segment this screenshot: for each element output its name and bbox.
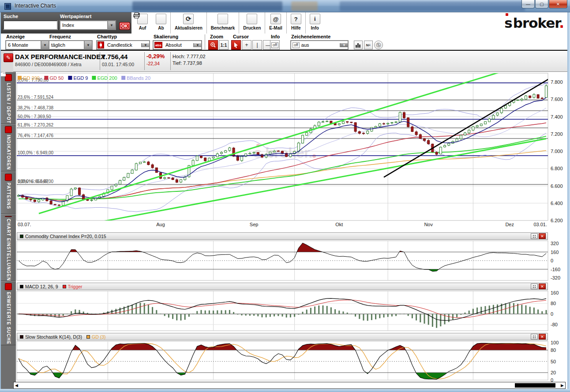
indicator-chart-icon: [5, 126, 12, 133]
maximize-button[interactable]: ▢: [535, 0, 548, 8]
svg-text:0: 0: [551, 311, 553, 317]
gd3-label: GD (3): [92, 334, 106, 340]
cursor-label: Cursor: [233, 34, 249, 39]
magnifier-icon: [5, 283, 12, 290]
triangle-up-icon: [137, 14, 148, 24]
pattern-icon: [5, 174, 12, 181]
chevron-down-icon[interactable]: ▼: [193, 43, 201, 47]
anzeige-label: Anzeige: [6, 34, 25, 39]
svg-text:7.800: 7.800: [551, 79, 563, 85]
sidebar-tab-erweiterte-suche[interactable]: ERWEITERTE SUCHE: [1, 281, 16, 345]
stochastic-panel-title: Slow Stochastik K(14), D(3): [25, 334, 82, 340]
svg-text:-80: -80: [551, 322, 558, 327]
stochastic-close-button[interactable]: ✕: [539, 334, 546, 340]
zeichenelemente-label: Zeichenelemente: [291, 34, 330, 39]
sbroker-logo: sbroker.: [504, 15, 564, 31]
stochastic-panel-header: Slow Stochastik K(14), D(3) GD (3) ✕: [17, 333, 548, 340]
svg-text:03.07.: 03.07.: [18, 222, 31, 227]
chevron-down-icon[interactable]: ▼: [141, 43, 149, 47]
at-icon: @: [270, 14, 281, 24]
svg-text:BBands 20: BBands 20: [127, 75, 150, 81]
window-border: [0, 389, 570, 392]
abs-icon: abs: [154, 42, 162, 48]
scrollbar-thumb[interactable]: [515, 383, 555, 388]
cursor-cross-button[interactable]: +: [242, 40, 251, 50]
minimize-button[interactable]: —: [521, 0, 535, 8]
horizontal-scrollbar[interactable]: ◀ ▶: [13, 382, 566, 389]
chevron-down-icon[interactable]: ▼: [41, 41, 49, 49]
skalierung-value: Absolut: [164, 41, 193, 49]
skalierung-label: Skalierung: [154, 34, 178, 39]
svg-text:61,8% : 7.270,262: 61,8% : 7.270,262: [18, 123, 54, 127]
chevron-down-icon[interactable]: ▼: [84, 41, 92, 49]
aktualisieren-button[interactable]: ⟳Aktualisieren: [170, 12, 206, 34]
svg-text:100,0% : 6.649,00: 100,0% : 6.649,00: [18, 179, 54, 184]
stochastic-settings-button[interactable]: [531, 334, 538, 340]
main-toolbar: Suche Wertpapierart Index ▼ OK AufAb⟳Akt…: [1, 12, 567, 34]
splits-icon[interactable]: Ⓢ: [374, 41, 383, 49]
ab-button[interactable]: Ab: [152, 12, 170, 34]
instrument-identifiers: 846900 / DE0008469008 / Xetra: [15, 62, 95, 67]
cci-close-button[interactable]: ✕: [539, 233, 546, 239]
svg-text:-160: -160: [551, 267, 560, 272]
close-button[interactable]: ✕: [549, 0, 567, 8]
macd-settings-button[interactable]: [531, 284, 538, 289]
macd-close-button[interactable]: ✕: [539, 284, 546, 289]
info-button[interactable]: iInfo: [305, 12, 324, 34]
sidebar-tab-chart-einstellungen[interactable]: CHART EINSTELLUNGEN: [1, 214, 16, 281]
svg-text:50,0% : 7.369,50: 50,0% : 7.369,50: [18, 114, 51, 119]
info-toggle-button[interactable]: off: [270, 40, 280, 50]
cursor-vline-button[interactable]: |: [252, 40, 262, 50]
svg-text:GD 200: GD 200: [23, 75, 40, 81]
svg-text:-320: -320: [551, 275, 560, 280]
svg-text:6.600: 6.600: [551, 183, 563, 189]
svg-text:20: 20: [551, 370, 556, 375]
svg-text:0,0% : 6.653,97: 0,0% : 6.653,97: [18, 179, 49, 184]
logo-s: s: [504, 15, 512, 31]
window-border: [0, 12, 1, 392]
drucken-button[interactable]: Drucken: [239, 12, 265, 34]
svg-text:Aug: Aug: [156, 222, 165, 227]
scroll-left-arrow-icon[interactable]: ◀: [14, 383, 19, 388]
news-icon[interactable]: N≡: [364, 41, 373, 49]
anzeige-dropdown[interactable]: 6 Monate ▼: [5, 40, 49, 50]
ok-button[interactable]: OK: [119, 22, 130, 30]
zoom-1-1-button[interactable]: 1:1: [219, 40, 229, 50]
skalierung-dropdown[interactable]: abs Absolut ▼: [153, 40, 202, 50]
cci-settings-button[interactable]: [531, 233, 538, 239]
zoom-in-button[interactable]: [208, 40, 218, 50]
cursor-arrow-button[interactable]: [231, 40, 241, 50]
email-button[interactable]: @E-Mail: [265, 12, 286, 34]
sidebar-tab-patterns[interactable]: PATTERNS: [1, 172, 16, 214]
svg-text:23,6% : 7.591,524: 23,6% : 7.591,524: [18, 95, 54, 100]
zeichenelemente-dropdown[interactable]: off aus ▼: [290, 40, 349, 50]
macd-legend-swatch: [20, 285, 23, 288]
quote-time: 03.01. 17:45:00: [102, 62, 140, 67]
volume-bars-icon[interactable]: [354, 41, 363, 49]
chevron-down-icon[interactable]: ▼: [340, 43, 348, 47]
charttyp-label: Charttyp: [97, 34, 117, 39]
chart-document-icon[interactable]: ✎: [4, 53, 13, 62]
sidebar-tab-listen-depot[interactable]: LISTEN / DEPOT: [1, 72, 16, 124]
chart-toolbar: Anzeige 6 Monate ▼ Frequenz täglich ▼ Ch…: [1, 34, 567, 51]
svg-text:6.400: 6.400: [551, 201, 563, 206]
chevron-down-icon[interactable]: ▼: [107, 21, 115, 29]
window-border: [567, 12, 570, 392]
background-window-blur: [291, 1, 318, 11]
zoom-label: Zoom: [210, 34, 223, 39]
gd3-legend-swatch: [86, 335, 90, 339]
cci-panel-title: Commodity Channel Index P=20, 0.015: [25, 234, 106, 239]
benchmark-button[interactable]: Benchmark: [206, 12, 239, 34]
svg-text:7.400: 7.400: [551, 114, 563, 119]
charttyp-dropdown[interactable]: Candlestick ▼: [96, 40, 150, 50]
scroll-right-arrow-icon[interactable]: ▶: [559, 383, 565, 388]
auf-button[interactable]: Auf: [133, 12, 152, 34]
frequenz-dropdown[interactable]: täglich ▼: [49, 40, 93, 50]
refresh-icon: ⟳: [183, 14, 194, 24]
hilfe-button[interactable]: ?Hilfe: [286, 12, 305, 34]
wertpapierart-dropdown[interactable]: Index ▼: [60, 20, 116, 30]
left-sidebar: LISTEN / DEPOTINDIKATORENPATTERNSCHART E…: [1, 72, 16, 389]
sidebar-tab-indikatoren[interactable]: INDIKATOREN: [1, 124, 16, 172]
search-input[interactable]: [3, 20, 58, 30]
svg-text:GD 50: GD 50: [49, 75, 64, 81]
